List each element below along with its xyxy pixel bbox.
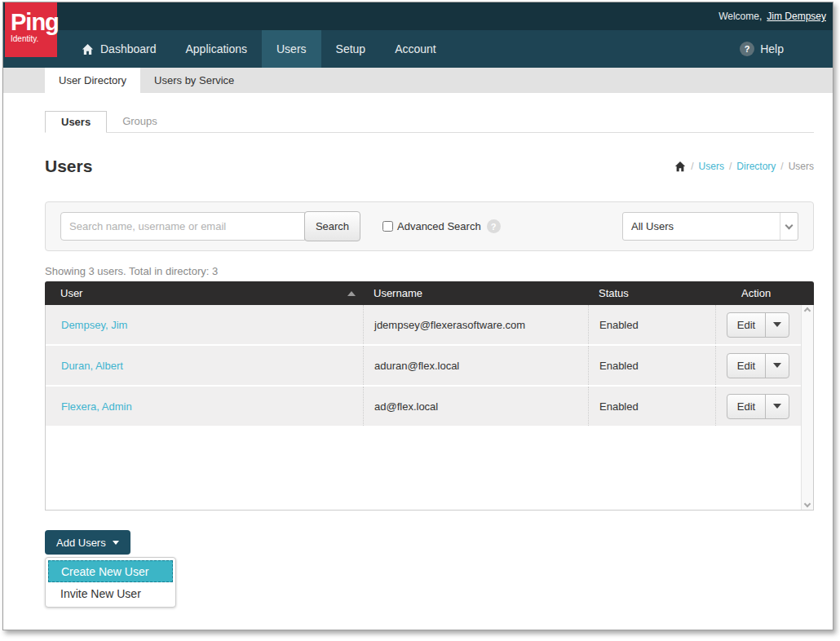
nav-item-label: Dashboard bbox=[100, 42, 157, 55]
user-cell: Duran, Albert bbox=[46, 346, 363, 385]
user-link[interactable]: Dempsey, Jim bbox=[61, 319, 127, 331]
table-scrollbar[interactable] bbox=[801, 305, 813, 510]
help-icon[interactable]: ? bbox=[740, 42, 754, 56]
advanced-search: Advanced Search ? bbox=[382, 219, 501, 233]
action-cell: Edit bbox=[715, 346, 801, 385]
user-filter-value: All Users bbox=[623, 220, 674, 232]
breadcrumb: / Users / Directory / Users bbox=[674, 161, 814, 172]
caret-down-icon bbox=[773, 322, 781, 327]
scroll-down-icon[interactable] bbox=[804, 501, 811, 507]
table-row: Flexera, Admin ad@flex.local Enabled Edi… bbox=[46, 387, 801, 427]
user-link[interactable]: Flexera, Admin bbox=[61, 400, 132, 413]
status-cell: Enabled bbox=[588, 346, 715, 385]
edit-dropdown-toggle[interactable] bbox=[765, 354, 789, 378]
search-panel: Search Advanced Search ? All Users bbox=[45, 201, 814, 251]
breadcrumb-home-icon[interactable] bbox=[674, 161, 686, 172]
edit-button[interactable]: Edit bbox=[727, 313, 765, 337]
action-cell: Edit bbox=[715, 387, 801, 426]
breadcrumb-link-directory[interactable]: Directory bbox=[736, 161, 776, 172]
column-header-username[interactable]: Username bbox=[363, 287, 588, 299]
ping-identity-logo[interactable]: Ping Identity. bbox=[5, 2, 57, 57]
username-cell: ad@flex.local bbox=[363, 387, 588, 426]
caret-down-icon bbox=[773, 363, 781, 368]
nav-item-users[interactable]: Users bbox=[262, 30, 321, 68]
welcome-text: Welcome,Jim Dempsey bbox=[718, 11, 826, 22]
advanced-search-label: Advanced Search bbox=[397, 220, 481, 232]
breadcrumb-separator: / bbox=[780, 161, 783, 172]
search-input[interactable] bbox=[60, 212, 305, 241]
subtab-label: Users by Service bbox=[154, 74, 234, 86]
home-icon bbox=[82, 43, 94, 55]
user-filter-select[interactable]: All Users bbox=[622, 212, 798, 241]
sort-ascending-icon bbox=[347, 291, 356, 296]
user-link[interactable]: Duran, Albert bbox=[61, 360, 123, 372]
menu-item-create-new-user[interactable]: Create New User bbox=[48, 560, 173, 582]
search-button[interactable]: Search bbox=[304, 211, 360, 241]
nav-item-setup[interactable]: Setup bbox=[321, 30, 381, 68]
advanced-search-checkbox[interactable] bbox=[382, 221, 393, 232]
table-header: User Username Status Action bbox=[45, 281, 814, 305]
subtab-users-by-service[interactable]: Users by Service bbox=[140, 68, 248, 93]
column-header-action: Action bbox=[715, 287, 814, 299]
welcome-label: Welcome, bbox=[718, 11, 762, 22]
add-users-label: Add Users bbox=[56, 537, 106, 549]
top-bar: Welcome,Jim Dempsey bbox=[3, 2, 833, 30]
logo-subtext: Identity. bbox=[11, 35, 57, 43]
edit-split-button: Edit bbox=[727, 394, 789, 419]
tab-users[interactable]: Users bbox=[45, 111, 107, 133]
page-title: Users bbox=[45, 157, 92, 176]
status-cell: Enabled bbox=[588, 305, 715, 344]
sub-nav: User Directory Users by Service bbox=[3, 68, 833, 93]
table-row: Dempsey, Jim jdempsey@flexerasoftware.co… bbox=[46, 305, 801, 346]
menu-item-invite-new-user[interactable]: Invite New User bbox=[48, 582, 173, 604]
table-body: Dempsey, Jim jdempsey@flexerasoftware.co… bbox=[45, 305, 814, 511]
select-arrow bbox=[780, 213, 798, 240]
tab-groups[interactable]: Groups bbox=[107, 111, 173, 133]
table-row: Duran, Albert aduran@flex.local Enabled … bbox=[46, 346, 801, 387]
nav-item-label: Setup bbox=[336, 42, 366, 55]
nav-item-dashboard[interactable]: Dashboard bbox=[67, 30, 171, 68]
column-header-user[interactable]: User bbox=[45, 287, 363, 299]
user-profile-link[interactable]: Jim Dempsey bbox=[767, 11, 826, 22]
users-table: User Username Status Action Dempsey, Jim… bbox=[45, 281, 814, 511]
directory-tabs: Users Groups bbox=[45, 111, 814, 133]
status-cell: Enabled bbox=[588, 387, 715, 426]
edit-button[interactable]: Edit bbox=[727, 354, 765, 378]
nav-help[interactable]: ? Help bbox=[740, 30, 833, 68]
edit-dropdown-toggle[interactable] bbox=[765, 395, 789, 418]
user-cell: Dempsey, Jim bbox=[46, 305, 363, 344]
column-label: User bbox=[60, 287, 82, 299]
nav-item-applications[interactable]: Applications bbox=[171, 30, 263, 68]
column-header-status[interactable]: Status bbox=[588, 287, 715, 299]
subtab-label: User Directory bbox=[59, 74, 126, 86]
edit-split-button: Edit bbox=[727, 312, 789, 338]
edit-button[interactable]: Edit bbox=[727, 395, 765, 418]
nav-item-label: Applications bbox=[186, 42, 248, 55]
app-window: Welcome,Jim Dempsey Ping Identity. Dashb… bbox=[2, 2, 833, 630]
caret-down-icon bbox=[773, 404, 781, 409]
edit-split-button: Edit bbox=[727, 353, 789, 378]
breadcrumb-current: Users bbox=[789, 161, 814, 172]
username-cell: jdempsey@flexerasoftware.com bbox=[363, 305, 588, 344]
nav-item-label: Users bbox=[276, 42, 307, 55]
breadcrumb-separator: / bbox=[691, 161, 693, 172]
add-users-menu: Create New User Invite New User bbox=[45, 557, 176, 608]
advanced-search-help-icon[interactable]: ? bbox=[487, 219, 501, 233]
action-cell: Edit bbox=[715, 305, 801, 344]
chevron-down-icon bbox=[785, 221, 794, 229]
breadcrumb-link-users[interactable]: Users bbox=[699, 161, 724, 172]
logo-text: Ping bbox=[11, 11, 57, 34]
nav-item-label: Account bbox=[395, 42, 436, 55]
page-content: Users Groups Users / Users / Directory /… bbox=[3, 111, 833, 630]
username-cell: aduran@flex.local bbox=[363, 346, 588, 385]
main-nav: Ping Identity. Dashboard Applications Us… bbox=[3, 30, 833, 68]
add-users-section: Add Users Create New User Invite New Use… bbox=[45, 530, 814, 630]
scroll-up-icon[interactable] bbox=[804, 307, 811, 314]
subtab-user-directory[interactable]: User Directory bbox=[45, 68, 140, 93]
nav-item-account[interactable]: Account bbox=[380, 30, 451, 68]
caret-down-icon bbox=[113, 541, 119, 545]
page-header: Users / Users / Directory / Users bbox=[45, 157, 814, 176]
add-users-button[interactable]: Add Users bbox=[45, 530, 130, 555]
edit-dropdown-toggle[interactable] bbox=[765, 313, 789, 337]
help-label: Help bbox=[760, 42, 784, 55]
